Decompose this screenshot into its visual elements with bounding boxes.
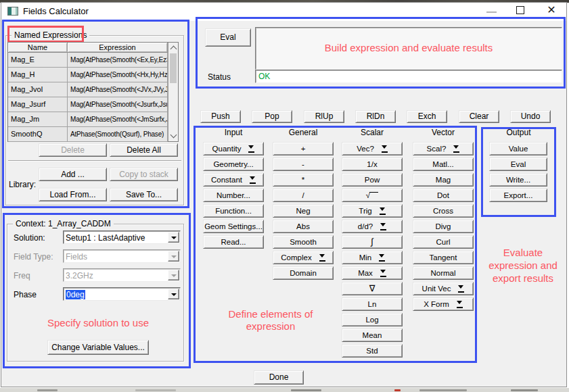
vector-curl-button[interactable]: Curl <box>413 235 474 249</box>
exch-button[interactable]: Exch <box>407 110 447 123</box>
button-label: Abs <box>296 220 310 232</box>
window-title: Fields Calculator <box>23 6 89 16</box>
button-label: Vec? <box>357 143 374 155</box>
table-row-mag-h[interactable]: Mag_HMag(AtPhase(Smooth(<Hx,Hy,Hz>),... <box>8 68 168 82</box>
undo-button[interactable]: Undo <box>510 110 551 123</box>
eval-button[interactable]: Eval <box>205 28 251 47</box>
general-multiply-button[interactable]: * <box>273 173 334 187</box>
rldn-button[interactable]: RlDn <box>355 110 396 123</box>
phase-input[interactable]: 0deg <box>63 287 181 301</box>
stack-display[interactable]: Build expression and evaluate results <box>255 27 562 70</box>
general-complex-button[interactable]: Complex <box>273 251 334 264</box>
scalar-std-button[interactable]: Std <box>342 344 403 358</box>
scalar-grad-button[interactable]: ∇ <box>342 282 403 295</box>
button-label: Mean <box>363 329 382 341</box>
vector-matl-button[interactable]: Matl... <box>413 157 474 171</box>
general-domain-button[interactable]: Domain <box>273 266 334 280</box>
input-constant-button[interactable]: Constant <box>203 173 264 187</box>
button-label: Min <box>359 251 372 264</box>
chevron-down-icon[interactable] <box>168 232 179 243</box>
scalar-pow-button[interactable]: Pow <box>342 173 403 187</box>
vector-dot-button[interactable]: Dot <box>413 189 474 202</box>
scalar-vec-button[interactable]: Vec? <box>342 142 403 155</box>
input-function-button[interactable]: Function... <box>203 204 264 218</box>
scalar-1-x-button[interactable]: 1/x <box>342 157 403 171</box>
vector-scal-button[interactable]: Scal? <box>413 142 474 155</box>
dropdown-arrow-icon <box>382 145 388 153</box>
vector-normal-button[interactable]: Normal <box>413 266 474 280</box>
library-label: Library: <box>9 180 36 189</box>
button-label: X Form <box>424 298 449 310</box>
general-minus-button[interactable]: - <box>273 157 334 171</box>
scroll-up-icon[interactable] <box>170 46 177 53</box>
save-to-button[interactable]: Save To... <box>110 188 178 201</box>
push-button[interactable]: Push <box>200 110 241 123</box>
general-neg-button[interactable]: Neg <box>273 204 334 218</box>
button-label: Value <box>509 143 528 155</box>
table-row-mag-jm[interactable]: Mag_JmMag(AtPhase(Smooth(<JmSurfx,Jm... <box>8 112 168 127</box>
scalar-min-button[interactable]: Min <box>342 251 403 264</box>
vector-unit-vec-button[interactable]: Unit Vec <box>413 282 474 295</box>
dropdown-arrow-icon <box>380 223 386 230</box>
vector-mag-button[interactable]: Mag <box>413 173 474 187</box>
vector-tangent-button[interactable]: Tangent <box>413 251 474 264</box>
scalar-mean-button[interactable]: Mean <box>342 328 403 342</box>
cell-expression: AtPhase(Smooth(Qsurf), Phase) <box>68 127 168 142</box>
vector-column: VectorScal?Matl...MagDotCrossDivgCurlTan… <box>413 128 474 313</box>
scroll-down-icon[interactable] <box>170 132 177 139</box>
input-read-button[interactable]: Read... <box>203 235 264 249</box>
vector-cross-button[interactable]: Cross <box>413 204 474 218</box>
background-fleck <box>419 389 467 391</box>
input-geom-settings-button[interactable]: Geom Settings... <box>203 220 264 233</box>
table-row-smoothq[interactable]: SmoothQAtPhase(Smooth(Qsurf), Phase) <box>8 127 168 142</box>
input-quantity-button[interactable]: Quantity <box>203 142 264 155</box>
scalar-log-button[interactable]: Log <box>342 313 403 326</box>
status-value: OK <box>258 72 270 81</box>
done-button[interactable]: Done <box>254 370 304 385</box>
scalar-ln-button[interactable]: Ln <box>342 297 403 311</box>
table-scrollbar[interactable] <box>168 43 178 141</box>
button-label: Quantity <box>212 143 242 155</box>
general-divide-button[interactable]: / <box>273 189 334 202</box>
cell-name: Mag_Jvol <box>8 82 68 97</box>
clear-button[interactable]: Clear <box>459 110 499 123</box>
vector-divg-button[interactable]: Divg <box>413 220 474 233</box>
general-abs-button[interactable]: Abs <box>273 220 334 233</box>
general-plus-button[interactable]: + <box>273 142 334 155</box>
table-row-mag-jvol[interactable]: Mag_JvolMag(AtPhase(Smooth(<JVx,JVy,JVz.… <box>8 82 168 97</box>
input-number-button[interactable]: Number... <box>203 189 264 202</box>
output-export-button[interactable]: Export... <box>489 189 547 202</box>
chevron-down-icon[interactable] <box>168 289 179 299</box>
add-button[interactable]: Add ... <box>39 168 107 181</box>
scalar-trig-button[interactable]: Trig <box>342 204 403 218</box>
output-write-button[interactable]: Write... <box>489 173 547 187</box>
table-header-expression[interactable]: Expression <box>68 43 168 53</box>
scalar-sqrt-button[interactable]: √ <box>342 189 403 202</box>
copy-to-stack-button[interactable]: Copy to stack <box>110 168 178 181</box>
maximize-icon[interactable] <box>516 6 524 14</box>
table-row-mag-e[interactable]: Mag_EMag(AtPhase(Smooth(<Ex,Ey,Ez>), ... <box>8 53 168 68</box>
scalar-max-button[interactable]: Max <box>342 266 403 280</box>
pop-button[interactable]: Pop <box>252 110 292 123</box>
background-fleck <box>511 389 538 391</box>
output-eval-button[interactable]: Eval <box>489 157 547 171</box>
expressions-table: Name Expression Mag_EMag(AtPhase(Smooth(… <box>7 42 179 142</box>
change-variable-values-button[interactable]: Change Variable Values... <box>47 340 149 355</box>
table-header-name[interactable]: Name <box>8 43 68 53</box>
solution-select[interactable]: Setup1 : LastAdaptive <box>63 230 181 244</box>
vector-x-form-button[interactable]: X Form <box>413 297 474 311</box>
rlup-button[interactable]: RlUp <box>304 110 344 123</box>
field-type-value: Fields <box>66 251 87 263</box>
general-smooth-button[interactable]: Smooth <box>273 235 334 249</box>
delete-button[interactable]: Delete <box>39 143 107 157</box>
scroll-thumb[interactable] <box>170 53 177 83</box>
scalar-integral-button[interactable]: ∫ <box>342 235 403 249</box>
load-from-button[interactable]: Load From... <box>39 188 107 201</box>
scalar-d-d-button[interactable]: d/d? <box>342 220 403 233</box>
table-row-mag-jsurf[interactable]: Mag_JsurfMag(AtPhase(Smooth(<Jsurfx,Jsur… <box>8 97 168 112</box>
input-geometry-button[interactable]: Geometry... <box>203 157 264 171</box>
close-icon[interactable]: ✕ <box>545 3 558 17</box>
delete-all-button[interactable]: Delete All <box>110 143 178 157</box>
output-value-button[interactable]: Value <box>489 142 547 155</box>
button-label: Neg <box>296 205 310 217</box>
